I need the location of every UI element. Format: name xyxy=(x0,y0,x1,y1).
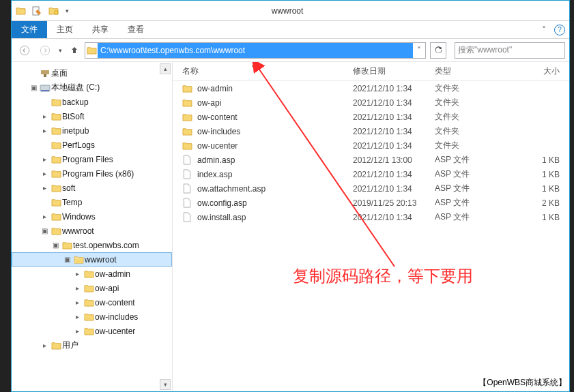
tree-twisty-icon[interactable]: ▸ xyxy=(39,155,50,163)
row-name: ow.install.asp xyxy=(197,213,353,222)
column-size[interactable]: 大小 xyxy=(510,65,569,77)
file-row[interactable]: ow.attachment.asp2021/12/10 1:34ASP 文件1 … xyxy=(173,181,569,196)
back-button[interactable] xyxy=(16,42,33,59)
tree-item[interactable]: backup xyxy=(12,95,172,109)
ribbon-tab-home[interactable]: 主页 xyxy=(47,21,83,38)
tree-twisty-icon[interactable]: ▸ xyxy=(72,284,83,292)
tree-label: Windows xyxy=(62,212,96,222)
scroll-up-icon[interactable]: ▴ xyxy=(160,63,171,74)
row-date: 2021/12/10 1:34 xyxy=(353,112,435,122)
tree-node-icon xyxy=(83,269,95,278)
row-type: ASP 文件 xyxy=(435,211,510,223)
qat-new-folder-icon[interactable] xyxy=(47,5,59,17)
ribbon-tab-share[interactable]: 共享 xyxy=(83,21,118,38)
tree-twisty-icon[interactable]: ▸ xyxy=(39,127,50,134)
ribbon-expand-icon[interactable]: ˅ xyxy=(538,21,550,38)
tree-item[interactable]: ▸Windows xyxy=(12,209,172,224)
address-input[interactable] xyxy=(98,43,413,58)
row-type: 文件夹 xyxy=(435,140,510,151)
tree-item[interactable]: ▣本地磁盘 (C:) xyxy=(12,80,172,95)
tree-twisty-icon[interactable]: ▸ xyxy=(72,313,83,320)
file-row[interactable]: ow-ucenter2021/12/10 1:34文件夹 xyxy=(173,138,569,153)
tree-item[interactable]: ▣wwwroot xyxy=(12,224,172,238)
up-button[interactable] xyxy=(67,43,82,58)
qat-properties-icon[interactable] xyxy=(31,5,43,17)
row-size: 2 KB xyxy=(510,198,569,208)
svg-point-2 xyxy=(20,46,29,55)
refresh-button[interactable] xyxy=(430,42,446,59)
address-bar[interactable]: ˅ xyxy=(85,42,426,59)
tree-twisty-icon[interactable]: ▣ xyxy=(50,241,61,249)
tree-twisty-icon[interactable]: ▸ xyxy=(39,170,50,177)
tree-twisty-icon[interactable]: ▣ xyxy=(28,84,39,91)
ribbon-file-tab[interactable]: 文件 xyxy=(12,21,47,38)
tree-twisty-icon[interactable]: ▸ xyxy=(39,112,50,120)
tree-item[interactable]: ▸soft xyxy=(12,181,172,195)
tree-label: wwwroot xyxy=(62,226,94,236)
file-row[interactable]: ow-includes2021/12/10 1:34文件夹 xyxy=(173,124,569,138)
tree-item[interactable]: 桌面 xyxy=(12,66,172,80)
tree-item[interactable]: ▸ow-includes xyxy=(12,310,172,324)
help-button[interactable]: ? xyxy=(550,21,569,38)
row-name: admin.asp xyxy=(197,155,353,165)
tree-item[interactable]: ▸ow-api xyxy=(12,281,172,295)
row-icon xyxy=(182,127,197,136)
tree-twisty-icon[interactable]: ▣ xyxy=(61,256,72,263)
tree-node-icon xyxy=(50,112,62,121)
row-icon xyxy=(182,212,197,222)
tree-item[interactable]: ▸inetpub xyxy=(12,123,172,138)
qat-dropdown-icon[interactable]: ▾ xyxy=(63,7,71,14)
annotation-text: 复制源码路径，等下要用 xyxy=(293,265,473,287)
address-dropdown-icon[interactable]: ˅ xyxy=(413,46,425,55)
column-date[interactable]: 修改日期 xyxy=(353,65,435,77)
row-date: 2021/12/10 1:34 xyxy=(353,170,435,179)
tree-item[interactable]: ▣wwwroot xyxy=(12,252,172,267)
app-folder-icon[interactable] xyxy=(14,5,27,17)
folder-tree[interactable]: ▴ 桌面▣本地磁盘 (C:)backup▸BtSoft▸inetpubPerfL… xyxy=(12,62,173,391)
tree-item[interactable]: ▸ow-content xyxy=(12,295,172,310)
search-input[interactable]: 搜索"wwwroot" xyxy=(455,42,565,59)
file-row[interactable]: ow.install.asp2021/12/10 1:34ASP 文件1 KB xyxy=(173,210,569,224)
tree-item[interactable]: ▣test.openwbs.com xyxy=(12,238,172,252)
column-headers[interactable]: ▴ 名称 修改日期 类型 大小 xyxy=(173,62,569,81)
ribbon-tab-view[interactable]: 查看 xyxy=(118,21,154,38)
recent-dropdown-icon[interactable]: ▾ xyxy=(57,47,64,54)
tree-label: backup xyxy=(62,97,89,107)
tree-node-icon xyxy=(50,140,62,149)
file-row[interactable]: admin.asp2012/12/1 13:00ASP 文件1 KB xyxy=(173,153,569,167)
tree-item[interactable]: PerfLogs xyxy=(12,138,172,152)
tree-twisty-icon[interactable]: ▸ xyxy=(39,213,50,220)
file-row[interactable]: ow-api2021/12/10 1:34文件夹 xyxy=(173,95,569,110)
forward-button[interactable] xyxy=(36,42,54,59)
row-name: ow-includes xyxy=(197,127,353,136)
tree-item[interactable]: ▸Program Files (x86) xyxy=(12,166,172,181)
column-name[interactable]: 名称 xyxy=(182,65,353,77)
file-row[interactable]: ow-content2021/12/10 1:34文件夹 xyxy=(173,110,569,124)
tree-label: wwwroot xyxy=(85,255,117,265)
tree-item[interactable]: ▸ow-ucenter xyxy=(12,324,172,338)
tree-item[interactable]: ▸ow-admin xyxy=(12,267,172,281)
tree-item[interactable]: ▸BtSoft xyxy=(12,109,172,123)
file-row[interactable]: ow.config.asp2019/11/25 20:13ASP 文件2 KB xyxy=(173,196,569,210)
watermark: 【OpenWBS商城系统】 xyxy=(478,377,566,389)
column-type[interactable]: 类型 xyxy=(435,65,510,77)
row-type: 文件夹 xyxy=(435,82,510,94)
row-name: ow.config.asp xyxy=(197,198,353,208)
tree-twisty-icon[interactable]: ▸ xyxy=(72,327,83,335)
file-row[interactable]: index.asp2021/12/10 1:34ASP 文件1 KB xyxy=(173,167,569,181)
tree-item[interactable]: Temp xyxy=(12,195,172,209)
tree-item[interactable]: ▸Program Files xyxy=(12,152,172,166)
tree-twisty-icon[interactable]: ▸ xyxy=(72,299,83,306)
row-name: ow-content xyxy=(197,112,353,122)
tree-twisty-icon[interactable]: ▸ xyxy=(39,184,50,192)
file-row[interactable]: ow-admin2021/12/10 1:34文件夹 xyxy=(173,81,569,95)
tree-twisty-icon[interactable]: ▸ xyxy=(39,342,50,349)
tree-twisty-icon[interactable]: ▸ xyxy=(72,270,83,277)
tree-item[interactable]: ▸用户 xyxy=(12,338,172,352)
row-icon xyxy=(182,183,197,194)
scroll-down-icon[interactable]: ▾ xyxy=(160,379,171,390)
tree-node-icon xyxy=(72,255,85,264)
tree-twisty-icon[interactable]: ▣ xyxy=(39,227,50,235)
row-size: 1 KB xyxy=(510,155,569,165)
row-type: 文件夹 xyxy=(435,97,510,108)
